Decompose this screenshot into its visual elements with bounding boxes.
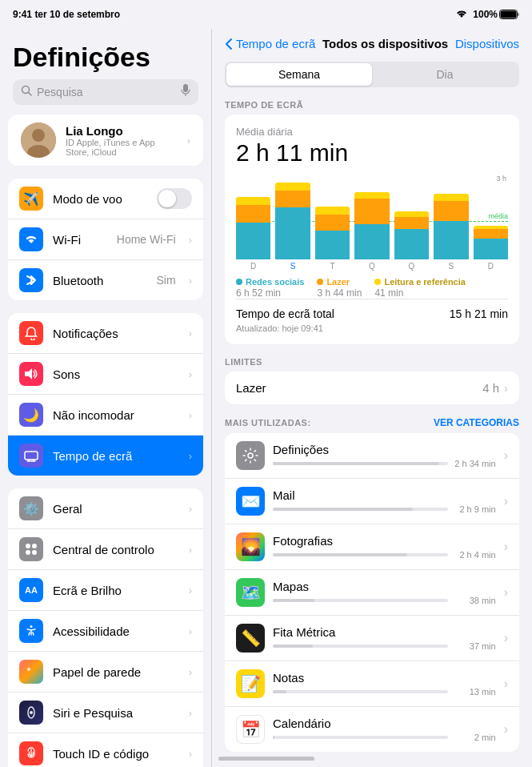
sidebar-item-wallpaper[interactable]: Papel de parede ›: [8, 652, 203, 693]
bar-stack: [275, 183, 310, 259]
sidebar-item-general[interactable]: ⚙️ Geral ›: [8, 488, 203, 529]
accessibility-label: Acessibilidade: [53, 624, 176, 638]
sidebar-item-screentime[interactable]: Tempo de ecrã ›: [8, 436, 203, 476]
bluetooth-value: Sim: [157, 274, 176, 287]
limits-card: Lazer 4 h ›: [225, 371, 519, 404]
app-info-photos: Fotografias 2 h 4 min: [273, 534, 496, 560]
home-indicator[interactable]: [218, 757, 314, 761]
app-bar-bg: [273, 690, 448, 693]
daily-avg-value: 2 h 11 min: [236, 139, 508, 167]
app-bar-row: 38 min: [273, 596, 496, 605]
svg-point-12: [26, 544, 30, 548]
profile-name: Lia Longo: [66, 124, 174, 138]
app-item-notes[interactable]: 📝 Notas 13 min ›: [225, 661, 519, 707]
nav-back-label: Tempo de ecrã: [236, 37, 315, 50]
airplane-toggle[interactable]: [157, 188, 192, 209]
settings-group-system: ⚙️ Geral › Central de controlo › AA Ecrã…: [8, 488, 203, 767]
svg-rect-1: [501, 11, 517, 18]
sidebar-item-display[interactable]: AA Ecrã e Brilho ›: [8, 570, 203, 611]
nav-devices-button[interactable]: Dispositivos: [455, 37, 519, 50]
segment-week[interactable]: Semana: [226, 63, 372, 86]
svg-point-17: [27, 668, 30, 671]
controlcenter-icon: [19, 537, 43, 561]
app-bar-row: 13 min: [273, 687, 496, 697]
sidebar-item-bluetooth[interactable]: Bluetooth Sim ›: [8, 260, 203, 300]
bar-reading: [275, 183, 310, 191]
app-icon-mail: ✉️: [236, 487, 265, 516]
status-bar: 9:41 ter 10 de setembro 100%: [0, 0, 532, 29]
show-more-button[interactable]: Mostrar mais: [212, 761, 532, 767]
app-info-notes: Notas 13 min: [273, 671, 496, 697]
wallpaper-chevron: ›: [189, 666, 192, 678]
app-icon-settings: [236, 441, 265, 470]
sidebar-item-wifi[interactable]: Wi-Fi Home Wi-Fi ›: [8, 219, 203, 260]
status-icons: 100%: [455, 9, 519, 21]
bar-day-label: D: [250, 262, 256, 271]
wallpaper-icon: [19, 660, 43, 684]
siri-label: Siri e Pesquisa: [53, 706, 176, 720]
sidebar-item-notifications[interactable]: Notificações ›: [8, 313, 203, 354]
app-time: 13 min: [448, 687, 496, 697]
screentime-chevron: ›: [189, 450, 192, 462]
bar-day-label: Q: [409, 262, 415, 271]
legend-leisure: Lazer 3 h 44 min: [317, 277, 362, 299]
touchid-label: Touch ID e código: [53, 747, 176, 761]
bar-stack: [315, 207, 350, 259]
screentime-label: Tempo de ecrã: [53, 449, 176, 463]
app-name: Definições: [273, 443, 496, 456]
svg-marker-10: [25, 368, 32, 379]
svg-rect-2: [518, 13, 519, 16]
battery-icon: 100%: [473, 9, 519, 20]
bar-leisure: [236, 205, 270, 223]
donotdisturb-icon: 🌙: [19, 403, 43, 427]
sidebar-item-donotdisturb[interactable]: 🌙 Não incomodar ›: [8, 395, 203, 436]
app-item-maps[interactable]: 🗺️ Mapas 38 min ›: [225, 570, 519, 616]
bar-group-s2: S: [434, 175, 468, 271]
search-placeholder: Pesquisa: [37, 86, 176, 98]
bar-social: [315, 231, 350, 259]
touchid-icon: [19, 741, 43, 765]
notifications-chevron: ›: [189, 327, 192, 339]
app-chevron: ›: [504, 631, 508, 645]
app-info-mail: Mail 2 h 9 min: [273, 488, 496, 514]
app-chevron: ›: [504, 494, 508, 508]
app-icon-measure: 📏: [236, 624, 265, 653]
segment-day[interactable]: Dia: [372, 63, 518, 86]
app-item-calendar[interactable]: 📅 Calendário 2 min ›: [225, 707, 519, 752]
svg-point-23: [248, 453, 253, 458]
svg-rect-11: [25, 452, 38, 460]
profile-row[interactable]: Lia Longo ID Apple, iTunes e App Store, …: [8, 114, 203, 166]
sidebar-item-sons[interactable]: Sons ›: [8, 354, 203, 395]
app-item-photos[interactable]: 🌄 Fotografias 2 h 4 min ›: [225, 524, 519, 570]
app-bar-fill: [273, 645, 313, 648]
app-bar-bg: [273, 599, 448, 602]
app-item-measure[interactable]: 📏 Fita Métrica 37 min ›: [225, 616, 519, 661]
bar-day-label: S: [290, 262, 296, 271]
app-bar-row: 2 h 9 min: [273, 504, 496, 514]
sidebar-item-controlcenter[interactable]: Central de controlo ›: [8, 529, 203, 570]
sidebar-item-siri[interactable]: Siri e Pesquisa ›: [8, 693, 203, 733]
app-bar-fill: [273, 462, 439, 465]
app-bar-fill: [273, 599, 314, 602]
bar-day-label: S: [448, 262, 454, 271]
bar-leisure: [354, 199, 389, 224]
app-time: 2 h 4 min: [448, 550, 496, 560]
nav-back-button[interactable]: Tempo de ecrã: [225, 37, 315, 50]
app-item-settings[interactable]: Definições 2 h 34 min ›: [225, 433, 519, 479]
sidebar-item-touchid[interactable]: Touch ID e código ›: [8, 733, 203, 767]
avatar: [21, 122, 56, 158]
main-container: Definições Pesquisa Lia Longo ID: [0, 29, 532, 767]
screentime-section-label: TEMPO DE ECRÃ: [212, 97, 532, 114]
limit-item-lazer[interactable]: Lazer 4 h ›: [225, 371, 519, 404]
app-bar-bg: [273, 553, 448, 556]
sidebar-item-accessibility[interactable]: Acessibilidade ›: [8, 611, 203, 652]
bar-reading: [315, 207, 350, 215]
search-bar[interactable]: Pesquisa: [13, 79, 198, 105]
see-categories-button[interactable]: VER CATEGORIAS: [434, 417, 519, 428]
bar-stack: [236, 197, 270, 259]
sidebar-item-airplane[interactable]: ✈️ Modo de voo: [8, 179, 203, 219]
app-time: 37 min: [448, 641, 496, 651]
app-item-mail[interactable]: ✉️ Mail 2 h 9 min ›: [225, 479, 519, 524]
profile-subtitle: ID Apple, iTunes e App Store, iCloud: [66, 138, 174, 157]
app-bar-bg: [273, 508, 448, 511]
